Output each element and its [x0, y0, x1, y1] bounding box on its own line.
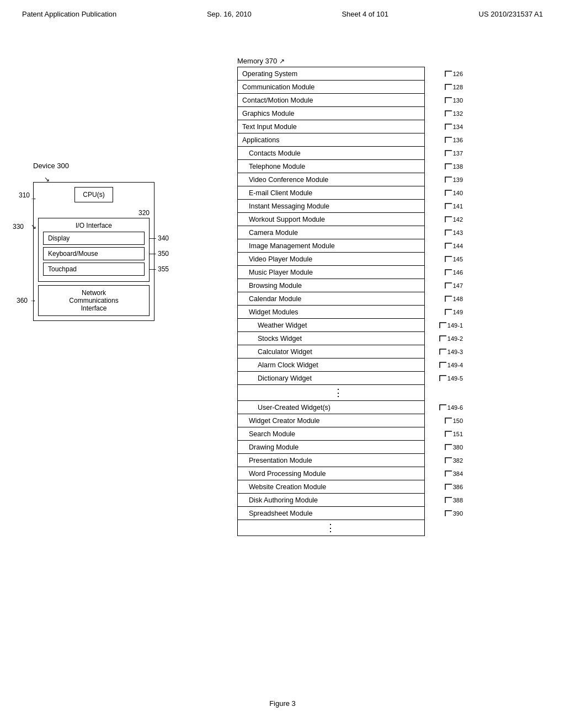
ref-number: 151 — [453, 431, 463, 437]
module-row: Alarm Clock Widget149-4 — [238, 358, 424, 372]
ref-bracket: 146 — [444, 269, 463, 276]
ref-number: 149 — [453, 309, 463, 315]
module-name: Widget Modules — [249, 308, 420, 316]
module-name: Stocks Widget — [258, 335, 420, 342]
header-date: Sep. 16, 2010 — [207, 10, 252, 18]
network-ref-num: 360 — [17, 297, 28, 304]
module-name: Dictionary Widget — [258, 374, 420, 382]
io-ref: 330 — [13, 223, 24, 231]
device-container: Device 300 ↘ 310 → CPU(s) 320 330 — [33, 162, 154, 321]
module-name: Widget Creator Module — [249, 417, 420, 425]
module-name: Presentation Module — [249, 457, 420, 464]
module-name: Calendar Module — [249, 295, 420, 303]
cpu-ref-label: 310 — [19, 191, 30, 199]
ref-bracket: 382 — [444, 457, 463, 464]
module-row: Contacts Module137 — [238, 147, 424, 160]
ref-bracket: 147 — [444, 282, 463, 290]
network-label: NetworkCommunicationsInterface — [69, 289, 118, 312]
module-row: ⋮ — [238, 385, 424, 401]
ref-bracket: 380 — [444, 443, 463, 451]
module-row: Spreadsheet Module390 — [238, 507, 424, 520]
module-name: Alarm Clock Widget — [258, 361, 420, 369]
ref-number: 380 — [453, 444, 463, 451]
ref-number: 144 — [453, 243, 463, 249]
module-name: Search Module — [249, 430, 420, 438]
keyboard-component: Keyboard/Mouse — 350 — [43, 247, 145, 260]
module-row: Dictionary Widget149-5 — [238, 372, 424, 385]
module-name: Contacts Module — [249, 149, 420, 157]
ref-bracket: 141 — [444, 202, 463, 210]
module-row: Camera Module143 — [238, 226, 424, 239]
module-name: Calculator Widget — [258, 348, 420, 356]
ref-number: 390 — [453, 510, 463, 517]
ref-number: 388 — [453, 497, 463, 504]
module-name: ⋮ — [258, 387, 420, 399]
module-row: Browsing Module147 — [238, 279, 424, 292]
touchpad-label: Touchpad — [48, 265, 77, 273]
ref-bracket: 128 — [444, 83, 463, 91]
ref-number: 149-5 — [447, 375, 463, 382]
module-row: Telephone Module138 — [238, 160, 424, 173]
module-name: Workout Support Module — [249, 216, 420, 223]
module-row: Word Processing Module384 — [238, 467, 424, 480]
page-header: Patent Application Publication Sep. 16, … — [0, 0, 565, 24]
header-left: Patent Application Publication — [22, 10, 116, 18]
module-row: Presentation Module382 — [238, 454, 424, 467]
module-row: Instant Messaging Module141 — [238, 200, 424, 213]
module-row: Widget Creator Module150 — [238, 414, 424, 427]
ref-number: 145 — [453, 256, 463, 263]
module-row: Weather Widget149-1 — [238, 319, 424, 332]
module-name: ⋮ — [242, 522, 420, 534]
ref-number: 146 — [453, 269, 463, 276]
module-row: Music Player Module146 — [238, 266, 424, 279]
module-name: Applications — [242, 136, 420, 144]
ref-bracket: 126 — [444, 70, 463, 78]
module-name: User-Created Widget(s) — [258, 404, 420, 411]
ref-number: 148 — [453, 296, 463, 302]
ref-bracket: 149-1 — [439, 322, 463, 329]
module-name: E-mail Client Module — [249, 189, 420, 197]
ref-bracket: 149-3 — [439, 348, 463, 356]
ref-number: 142 — [453, 216, 463, 223]
cpu-label: CPU(s) — [83, 191, 104, 199]
module-name: Word Processing Module — [249, 470, 420, 478]
module-name: Drawing Module — [249, 443, 420, 451]
module-row: E-mail Client Module140 — [238, 186, 424, 200]
ref-number: 149-2 — [447, 335, 463, 342]
ref-number: 140 — [453, 190, 463, 196]
figure-caption: Figure 3 — [269, 699, 296, 708]
display-component: Display — 340 — [43, 232, 145, 245]
ref-bracket: 149-2 — [439, 335, 463, 342]
ref-number: 136 — [453, 137, 463, 143]
ref-bracket: 144 — [444, 242, 463, 250]
module-name: Camera Module — [249, 229, 420, 237]
module-name: Website Creation Module — [249, 483, 420, 491]
module-row: Applications136 — [238, 133, 424, 147]
ref-bracket: 384 — [444, 470, 463, 478]
display-label: Display — [48, 234, 70, 242]
module-name: Music Player Module — [249, 269, 420, 276]
io-interface-box: 330 ↘ I/O Interface Display — 340 Keyboa… — [38, 218, 150, 282]
ref-bracket: 150 — [444, 417, 463, 425]
ref-bracket: 138 — [444, 163, 463, 170]
module-name: Video Conference Module — [249, 176, 420, 184]
ref-bracket: 149-4 — [439, 361, 463, 369]
keyboard-label: Keyboard/Mouse — [48, 250, 98, 258]
module-name: Instant Messaging Module — [249, 202, 420, 210]
module-row: Video Player Module145 — [238, 253, 424, 266]
ref-bracket: 130 — [444, 97, 463, 104]
header-sheet: Sheet 4 of 101 — [342, 10, 388, 18]
diagram-area: Device 300 ↘ 310 → CPU(s) 320 330 — [0, 24, 565, 713]
ref-number: 134 — [453, 124, 463, 130]
module-row: Calendar Module148 — [238, 292, 424, 306]
module-row: Operating System126 — [238, 67, 424, 81]
ref-number: 130 — [453, 97, 463, 104]
module-name: Graphics Module — [242, 110, 420, 117]
ref-number: 126 — [453, 71, 463, 77]
ref-bracket: 134 — [444, 123, 463, 131]
module-row: Image Management Module144 — [238, 239, 424, 253]
module-name: Telephone Module — [249, 163, 420, 170]
ref-bracket: 386 — [444, 483, 463, 491]
memory-container: Memory 370 ↗ Operating System126Communic… — [237, 57, 425, 536]
ref-bracket: 143 — [444, 229, 463, 237]
